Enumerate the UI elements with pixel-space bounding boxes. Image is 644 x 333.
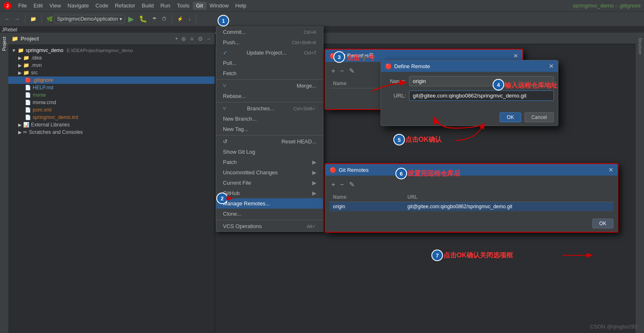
menu-navigate[interactable]: Navigate xyxy=(64,2,92,10)
git-file-icon: 🔴 xyxy=(25,77,31,83)
tree-item-src[interactable]: ▶ 📁 src xyxy=(8,69,215,76)
git-uncommitted-item[interactable]: Uncommitted Changes ▶ xyxy=(216,167,323,178)
define-remote-close[interactable]: ✕ xyxy=(549,63,554,69)
remotes-bottom-edit-btn[interactable]: ✎ xyxy=(347,180,356,189)
git-merge-item[interactable]: ⑂ Merge... xyxy=(216,81,323,91)
remotes-bottom-add-btn[interactable]: + xyxy=(330,180,337,189)
check-icon: ✓ xyxy=(223,50,227,56)
git-fetch-item[interactable]: Fetch xyxy=(216,68,323,78)
run-config-section: 🌿 SpringmvcDemoApplication ▾ xyxy=(47,15,125,23)
remotes-top-add-btn[interactable]: + xyxy=(330,67,337,76)
git-new-branch-item[interactable]: New Branch... xyxy=(216,114,323,124)
idea-folder-icon: 📁 xyxy=(23,55,29,61)
tree-item-idea[interactable]: ▶ 📁 .idea xyxy=(8,54,215,62)
toolbar-forward-btn[interactable]: → xyxy=(13,15,22,23)
git-current-file-item[interactable]: Current File ▶ xyxy=(216,178,323,188)
tree-item-ext-libs[interactable]: ▶ 📊 External Libraries xyxy=(8,121,215,128)
coverage-btn[interactable]: ☂ xyxy=(151,15,158,23)
tree-item-mvnw[interactable]: 📄 mvnw xyxy=(8,91,215,99)
remotes-top-edit-btn[interactable]: ✎ xyxy=(347,66,356,76)
git-branches-item[interactable]: ⑂ Branches... Ctrl+Shift+` xyxy=(216,103,323,114)
menu-run[interactable]: Run xyxy=(157,2,174,10)
panel-settings-btn[interactable]: ⚙ xyxy=(197,35,204,43)
tree-root[interactable]: ▼ 📁 springmvc_demo E:\IDEAProject\spring… xyxy=(8,47,215,54)
tree-item-helpmd[interactable]: 📄 HELP.md xyxy=(8,84,215,91)
define-remote-ok-btn[interactable]: OK xyxy=(500,112,521,122)
git-clone-item[interactable]: Clone... xyxy=(216,209,323,219)
root-label: springmvc_demo xyxy=(26,48,63,53)
tree-item-iml[interactable]: 📄 springmvc_demo.iml xyxy=(8,114,215,121)
define-remote-url-label: URL: xyxy=(385,93,406,99)
git-update-item[interactable]: ✓ Update Project... Ctrl+T xyxy=(216,48,323,58)
remotes-bottom-col-name: Name xyxy=(330,193,404,202)
tree-item-mvn[interactable]: ▶ 📁 .mvn xyxy=(8,62,215,69)
structure-tab[interactable]: Structure xyxy=(637,34,643,58)
menu-help[interactable]: Help xyxy=(232,2,250,10)
git-rebase-item[interactable]: Rebase... xyxy=(216,91,323,101)
project-tab[interactable]: Project xyxy=(1,34,7,53)
define-remote-body: Name: URL: xyxy=(381,72,558,109)
tree-item-mvnwcmd[interactable]: 📄 mvnw.cmd xyxy=(8,99,215,106)
git-pull-item[interactable]: Pull... xyxy=(216,58,323,68)
scratch-icon: ✏ xyxy=(23,129,27,135)
git-btn[interactable]: ⚡ xyxy=(175,15,185,23)
run-btn[interactable]: ▶ xyxy=(127,14,136,24)
git-manage-remotes-item[interactable]: Manage Remotes... xyxy=(216,198,323,209)
remotes-bottom-remove-btn[interactable]: − xyxy=(338,180,345,189)
git-remotes-bottom-close[interactable]: ✕ xyxy=(608,166,613,173)
menu-refactor[interactable]: Refactor xyxy=(112,2,139,10)
tree-item-scratches[interactable]: ▶ ✏ Scratches and Consoles xyxy=(8,128,215,136)
panel-minimize-btn[interactable]: − xyxy=(206,35,211,43)
toolbar-back-btn[interactable]: ← xyxy=(3,15,12,23)
git-commit-label: Commit... xyxy=(223,29,246,35)
tree-item-pomxml[interactable]: 📄 pom.xml xyxy=(8,106,215,114)
git-reset-head-item[interactable]: ↺ Reset HEAD... xyxy=(216,136,323,147)
menu-edit[interactable]: Edit xyxy=(30,2,46,10)
idea-label: .idea xyxy=(31,55,42,61)
menu-build[interactable]: Build xyxy=(139,2,157,10)
git-patch-item[interactable]: Patch ▶ xyxy=(216,157,323,167)
git-manage-remotes-label: Manage Remotes... xyxy=(223,200,270,207)
git-uncommitted-label: Uncommitted Changes xyxy=(223,169,278,176)
profile-btn[interactable]: ⏱ xyxy=(160,15,168,23)
mvnw-label: mvnw xyxy=(33,92,45,98)
git-new-tag-item[interactable]: New Tag... xyxy=(216,124,323,134)
define-remote-cancel-btn[interactable]: Cancel xyxy=(524,112,554,122)
git-vcs-ops-item[interactable]: VCS Operations Alt+` xyxy=(216,221,323,231)
menu-tools[interactable]: Tools xyxy=(174,2,193,10)
tree-item-gitignore[interactable]: 🔴 .gitignore xyxy=(8,76,215,84)
iml-label: springmvc_demo.iml xyxy=(33,114,78,120)
toolbar-project-view-btn[interactable]: 📁 xyxy=(29,15,38,23)
menu-view[interactable]: View xyxy=(46,2,64,10)
panel-sync-btn[interactable]: ⊕ xyxy=(180,35,187,43)
menu-file[interactable]: File xyxy=(15,2,30,10)
right-side-panel: Structure xyxy=(636,33,644,333)
define-remote-url-input[interactable] xyxy=(409,90,554,101)
git-remotes-top-close[interactable]: ✕ xyxy=(513,52,518,59)
define-remote-name-label: Name: xyxy=(385,78,406,84)
window-title: springmvc_demo - .gitignore xyxy=(573,2,641,9)
remotes-top-remove-btn[interactable]: − xyxy=(338,67,345,76)
mvnwcmd-file-icon: 📄 xyxy=(25,100,31,105)
run-config-selector[interactable]: SpringmvcDemoApplication ▾ xyxy=(54,15,125,23)
git-github-item[interactable]: GitHub ▶ xyxy=(216,188,323,198)
toolbar-sep-2 xyxy=(41,15,42,23)
remotes-bottom-ok-btn[interactable]: OK xyxy=(592,219,613,228)
define-remote-name-input[interactable] xyxy=(409,76,554,86)
menu-code[interactable]: Code xyxy=(92,2,112,10)
git-push-item[interactable]: Push... Ctrl+Shift+K xyxy=(216,37,323,48)
git-github-label: GitHub xyxy=(223,190,239,196)
src-label: src xyxy=(31,70,38,76)
gitignore-label: .gitignore xyxy=(33,77,53,83)
git-branches-shortcut: Ctrl+Shift+` xyxy=(293,106,316,111)
panel-collapse-btn[interactable]: ≡ xyxy=(189,35,194,43)
menu-git[interactable]: Git xyxy=(193,2,206,10)
git-commit-item[interactable]: Commit... Ctrl+K xyxy=(216,27,323,37)
debug-btn[interactable]: 🐛 xyxy=(137,14,149,24)
git-show-log-item[interactable]: Show Git Log xyxy=(216,147,323,157)
watermark: CSDN @qingbo292 xyxy=(590,323,637,330)
update-btn[interactable]: ↓ xyxy=(187,15,192,23)
project-panel-header: 📁 Project ▾ ⊕ ≡ ⚙ − xyxy=(8,33,215,45)
menu-window[interactable]: Window xyxy=(206,2,232,10)
remotes-bottom-row[interactable]: origin git@gitee.com:qingbo0862/springmv… xyxy=(330,202,613,212)
